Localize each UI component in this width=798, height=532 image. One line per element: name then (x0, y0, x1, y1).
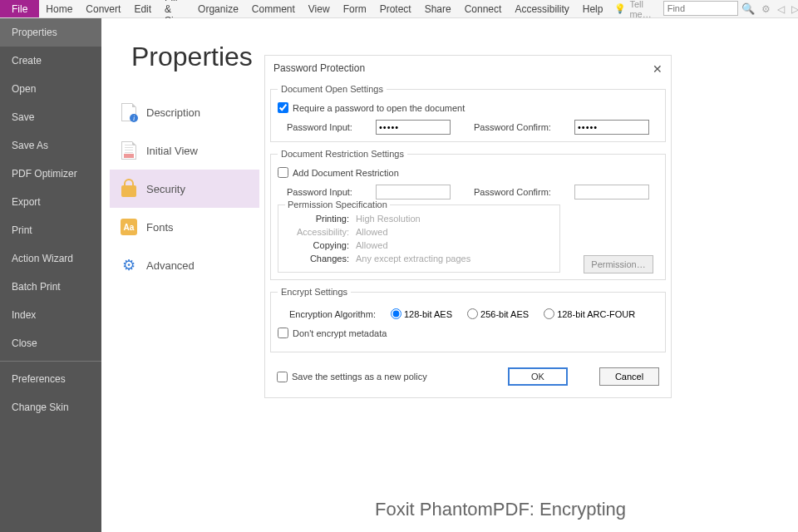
sidebar-divider (0, 361, 101, 362)
dialog-footer: Save the settings as a new policy OK Can… (265, 359, 671, 397)
menu-edit[interactable]: Edit (127, 0, 158, 17)
find-input[interactable] (663, 1, 738, 16)
sidebar-item-preferences[interactable]: Preferences (0, 365, 101, 393)
sidebar-item-export[interactable]: Export (0, 188, 101, 216)
encrypt-group: Encrypt Settings Encryption Algorithm: 1… (270, 287, 666, 352)
restrict-password-confirm[interactable] (574, 185, 649, 200)
restriction-group: Document Restriction Settings Add Docume… (270, 149, 666, 280)
menu-home[interactable]: Home (39, 0, 79, 17)
dialog-titlebar: Password Protection ✕ (265, 56, 671, 82)
perm-printing-value: High Resolution (356, 214, 421, 224)
encrypt-algo-label: Encryption Algorithm: (289, 309, 376, 319)
open-password-input[interactable] (376, 120, 451, 135)
perm-printing-label: Printing: (285, 214, 356, 224)
sidebar: Properties Create Open Save Save As PDF … (0, 18, 101, 532)
bulb-icon: 💡 (614, 3, 626, 14)
menu-convert[interactable]: Convert (79, 0, 127, 17)
doc-view-icon (120, 140, 138, 161)
sidebar-item-save[interactable]: Save (0, 103, 101, 131)
perm-changes-value: Any except extracting pages (356, 254, 470, 264)
sidebar-item-open[interactable]: Open (0, 75, 101, 103)
menu-fill-sign[interactable]: Fill & Sign (158, 0, 191, 17)
add-restriction-checkbox[interactable] (278, 167, 288, 178)
nav-prev-icon[interactable]: ◁ (774, 3, 788, 15)
gear-icon[interactable]: ⚙ (758, 3, 774, 15)
sidebar-item-properties[interactable]: Properties (0, 18, 101, 47)
open-password-confirm[interactable] (574, 120, 649, 135)
algo-128-arcfour[interactable]: 128-bit ARC-FOUR (544, 308, 635, 319)
perm-accessibility-label: Accessibility: (285, 227, 356, 237)
sidebar-item-close[interactable]: Close (0, 329, 101, 357)
password-protection-dialog: Password Protection ✕ Document Open Sett… (264, 55, 672, 398)
ok-button[interactable]: OK (508, 367, 568, 386)
menu-protect[interactable]: Protect (373, 0, 418, 17)
property-tabs: i Description Initial View Security Aa F… (110, 93, 259, 284)
lock-icon (120, 178, 138, 200)
restriction-legend: Document Restriction Settings (278, 149, 407, 159)
nav-next-icon[interactable]: ▷ (788, 3, 798, 15)
cancel-button[interactable]: Cancel (599, 367, 659, 386)
permission-spec-box: Permission Specification Printing:High R… (278, 204, 560, 273)
tab-initial-view[interactable]: Initial View (110, 131, 259, 170)
sidebar-item-pdf-optimizer[interactable]: PDF Optimizer (0, 160, 101, 188)
tab-label: Fonts (146, 221, 174, 234)
tab-fonts[interactable]: Aa Fonts (110, 208, 259, 246)
sidebar-item-action-wizard[interactable]: Action Wizard (0, 244, 101, 273)
doc-info-icon: i (120, 101, 138, 123)
perm-changes-label: Changes: (285, 254, 356, 264)
sidebar-item-index[interactable]: Index (0, 301, 101, 329)
font-icon: Aa (120, 216, 138, 238)
permission-button[interactable]: Permission… (584, 255, 653, 273)
tab-label: Initial View (146, 145, 198, 157)
require-password-checkbox[interactable] (278, 102, 288, 113)
restrict-pw-input-label: Password Input: (287, 187, 352, 197)
sidebar-item-batch-print[interactable]: Batch Print (0, 273, 101, 301)
menu-view[interactable]: View (302, 0, 337, 17)
dialog-title: Password Protection (273, 62, 365, 76)
save-policy-label: Save the settings as a new policy (292, 372, 427, 382)
menu-comment[interactable]: Comment (245, 0, 302, 17)
page-caption: Foxit PhantomPDF: Encrypting (203, 499, 798, 520)
encrypt-legend: Encrypt Settings (278, 287, 351, 297)
menu-accessibility[interactable]: Accessibility (508, 0, 575, 17)
sidebar-item-print[interactable]: Print (0, 216, 101, 244)
menubar: File Home Convert Edit Fill & Sign Organ… (0, 0, 798, 18)
no-encrypt-metadata-checkbox[interactable] (278, 328, 288, 338)
menu-organize[interactable]: Organize (191, 0, 245, 17)
tab-security[interactable]: Security (110, 170, 259, 208)
perm-copying-label: Copying: (285, 240, 356, 250)
algo-256-aes[interactable]: 256-bit AES (467, 308, 529, 319)
close-icon[interactable]: ✕ (653, 62, 663, 76)
tab-description[interactable]: i Description (110, 93, 259, 131)
sidebar-item-change-skin[interactable]: Change Skin (0, 393, 101, 421)
menu-help[interactable]: Help (576, 0, 610, 17)
restrict-pw-confirm-label: Password Confirm: (474, 187, 551, 197)
pw-input-label: Password Input: (287, 122, 352, 132)
search-icon[interactable]: 🔍 (738, 0, 758, 17)
algo-128-aes[interactable]: 128-bit AES (391, 308, 452, 319)
pw-confirm-label: Password Confirm: (474, 122, 551, 132)
perm-accessibility-value: Allowed (356, 227, 388, 237)
tell-me-box[interactable]: 💡Tell me… (609, 0, 656, 17)
tab-label: Security (146, 183, 185, 195)
sidebar-item-save-as[interactable]: Save As (0, 131, 101, 160)
permission-legend: Permission Specification (285, 200, 390, 209)
menu-share[interactable]: Share (418, 0, 458, 17)
save-policy-checkbox[interactable] (277, 372, 288, 382)
perm-copying-value: Allowed (356, 240, 388, 250)
open-settings-legend: Document Open Settings (278, 84, 387, 94)
main: Properties i Description Initial View Se… (101, 18, 798, 532)
tab-advanced[interactable]: ⚙ Advanced (110, 246, 259, 284)
open-settings-group: Document Open Settings Require a passwor… (270, 84, 666, 142)
restrict-password-input[interactable] (376, 185, 451, 200)
gear-icon: ⚙ (120, 254, 138, 276)
menu-connect[interactable]: Connect (458, 0, 509, 17)
toolbar-right: ⚙ ◁ ▷ ⟳ 👤 ▾ ^ (758, 0, 798, 17)
tab-label: Description (146, 106, 200, 119)
no-encrypt-metadata-label: Don't encrypt metadata (293, 328, 387, 338)
menu-form[interactable]: Form (337, 0, 373, 17)
require-password-label: Require a password to open the document (293, 103, 465, 113)
sidebar-item-create[interactable]: Create (0, 47, 101, 75)
menu-file[interactable]: File (0, 0, 39, 17)
tab-label: Advanced (146, 259, 195, 272)
